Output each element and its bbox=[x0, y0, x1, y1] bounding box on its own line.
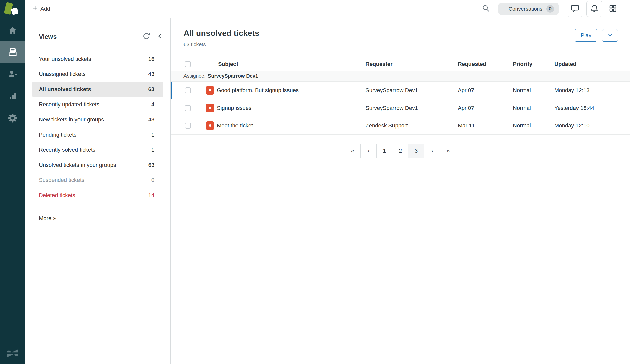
view-item-label: Deleted tickets bbox=[39, 192, 75, 199]
refresh-views-button[interactable] bbox=[142, 32, 151, 41]
view-item-recently-solved[interactable]: Recently solved tickets 1 bbox=[32, 142, 163, 158]
ticket-subject: Meet the ticket bbox=[217, 122, 365, 129]
home-icon bbox=[8, 25, 17, 35]
ticket-requester: Zendesk Support bbox=[365, 122, 458, 129]
play-button[interactable]: Play bbox=[575, 29, 597, 42]
page-3-button[interactable]: 3 bbox=[408, 144, 424, 158]
column-header-subject[interactable]: Subject bbox=[217, 61, 365, 67]
customers-icon bbox=[8, 69, 18, 79]
view-item-label: Pending tickets bbox=[39, 132, 76, 138]
last-page-button[interactable]: » bbox=[440, 144, 456, 158]
column-header-updated[interactable]: Updated bbox=[554, 61, 630, 67]
chat-button[interactable] bbox=[567, 1, 583, 17]
views-panel-title: Views bbox=[39, 33, 136, 40]
page-1-button[interactable]: 1 bbox=[376, 144, 392, 158]
add-button[interactable]: Add bbox=[32, 5, 50, 12]
more-views-link[interactable]: More » bbox=[39, 215, 56, 222]
chevron-down-icon bbox=[607, 32, 613, 39]
select-all-checkbox[interactable] bbox=[185, 61, 191, 67]
refresh-icon bbox=[142, 32, 151, 41]
search-button[interactable] bbox=[482, 4, 490, 13]
view-item-count: 4 bbox=[151, 101, 154, 108]
nav-settings[interactable] bbox=[0, 107, 25, 129]
column-header-requested[interactable]: Requested bbox=[458, 61, 513, 67]
nav-views[interactable] bbox=[0, 41, 25, 63]
views-list: Your unsolved tickets 16 Unassigned tick… bbox=[25, 51, 170, 203]
ticket-row[interactable]: Meet the ticket Zendesk Support Mar 11 N… bbox=[171, 117, 630, 135]
row-checkbox[interactable] bbox=[185, 87, 191, 93]
view-item-count: 16 bbox=[148, 56, 154, 62]
plus-icon bbox=[32, 5, 38, 12]
row-checkbox[interactable] bbox=[185, 105, 191, 111]
views-icon bbox=[8, 47, 18, 57]
ticket-priority: Normal bbox=[513, 122, 554, 129]
view-item-count: 1 bbox=[151, 147, 154, 153]
views-more-divider bbox=[37, 209, 156, 209]
ticket-table: Subject Requester Requested Priority Upd… bbox=[171, 58, 630, 135]
view-item-count: 0 bbox=[151, 177, 154, 184]
view-item-suspended[interactable]: Suspended tickets 0 bbox=[32, 173, 163, 188]
product-logo bbox=[0, 0, 25, 19]
ticket-updated: Yesterday 18:44 bbox=[554, 105, 630, 111]
conversations-button[interactable]: Conversations 0 bbox=[498, 3, 559, 15]
ticket-subject: Signup issues bbox=[217, 105, 365, 111]
view-item-label: New tickets in your groups bbox=[39, 116, 104, 123]
assignee-group-label: Assignee: bbox=[183, 73, 206, 79]
apps-button[interactable] bbox=[606, 1, 620, 17]
nav-reports[interactable] bbox=[0, 85, 25, 107]
view-item-count: 63 bbox=[148, 86, 154, 93]
conversations-count-badge: 0 bbox=[546, 5, 554, 13]
open-ticket-badge bbox=[206, 104, 214, 112]
ticket-priority: Normal bbox=[513, 87, 554, 94]
ticket-row[interactable]: Good platform. But signup issues SurveyS… bbox=[171, 82, 630, 99]
reports-icon bbox=[8, 91, 18, 101]
previous-page-button[interactable]: ‹ bbox=[360, 144, 377, 158]
collapse-panel-icon bbox=[157, 33, 163, 40]
ticket-row[interactable]: Signup issues SurveySparrow Dev1 Apr 07 … bbox=[171, 99, 630, 117]
ticket-updated: Monday 12:10 bbox=[554, 122, 630, 129]
view-item-unassigned[interactable]: Unassigned tickets 43 bbox=[32, 67, 163, 82]
view-item-deleted[interactable]: Deleted tickets 14 bbox=[32, 188, 163, 203]
ticket-requested: Apr 07 bbox=[458, 105, 513, 111]
view-item-label: Unsolved tickets in your groups bbox=[39, 162, 116, 168]
view-item-new-in-groups[interactable]: New tickets in your groups 43 bbox=[32, 112, 163, 127]
collapse-panel-button[interactable] bbox=[157, 33, 163, 40]
next-page-button[interactable]: › bbox=[424, 144, 440, 158]
ticket-requested: Mar 11 bbox=[458, 122, 513, 129]
topbar: Add Conversations 0 bbox=[25, 0, 630, 18]
view-item-your-unsolved[interactable]: Your unsolved tickets 16 bbox=[32, 51, 163, 67]
view-item-count: 63 bbox=[148, 162, 154, 168]
view-item-unsolved-in-groups[interactable]: Unsolved tickets in your groups 63 bbox=[32, 158, 163, 173]
ticket-count-subtitle: 63 tickets bbox=[183, 41, 575, 47]
column-header-requester[interactable]: Requester bbox=[365, 61, 458, 67]
views-panel: Views bbox=[25, 18, 171, 364]
assignee-group-value: SurveySparrow Dev1 bbox=[208, 73, 258, 79]
view-item-label: All unsolved tickets bbox=[39, 86, 91, 93]
ticket-requester: SurveySparrow Dev1 bbox=[365, 105, 458, 111]
assignee-group-row: Assignee: SurveySparrow Dev1 bbox=[171, 71, 630, 82]
ticket-subject: Good platform. But signup issues bbox=[217, 87, 365, 94]
view-item-pending[interactable]: Pending tickets 1 bbox=[32, 127, 163, 142]
chat-icon bbox=[571, 4, 579, 14]
page-2-button[interactable]: 2 bbox=[392, 144, 408, 158]
search-icon bbox=[482, 4, 490, 13]
open-ticket-badge bbox=[206, 121, 214, 130]
row-checkbox[interactable] bbox=[185, 123, 191, 129]
ticket-priority: Normal bbox=[513, 105, 554, 111]
view-item-label: Unassigned tickets bbox=[39, 71, 86, 77]
view-item-label: Recently updated tickets bbox=[39, 101, 99, 108]
nav-customers[interactable] bbox=[0, 63, 25, 85]
play-menu-button[interactable] bbox=[602, 29, 618, 42]
column-header-priority[interactable]: Priority bbox=[513, 61, 554, 67]
view-item-count: 14 bbox=[148, 192, 154, 199]
view-item-count: 43 bbox=[148, 116, 154, 123]
view-item-all-unsolved[interactable]: All unsolved tickets 63 bbox=[32, 82, 163, 97]
apps-grid-icon bbox=[609, 4, 617, 13]
ticket-requested: Apr 07 bbox=[458, 87, 513, 94]
nav-home[interactable] bbox=[0, 19, 25, 41]
settings-icon bbox=[8, 113, 18, 123]
primary-nav bbox=[0, 19, 25, 129]
first-page-button[interactable]: « bbox=[345, 144, 361, 158]
view-item-recently-updated[interactable]: Recently updated tickets 4 bbox=[32, 97, 163, 112]
notifications-button[interactable] bbox=[586, 1, 602, 17]
